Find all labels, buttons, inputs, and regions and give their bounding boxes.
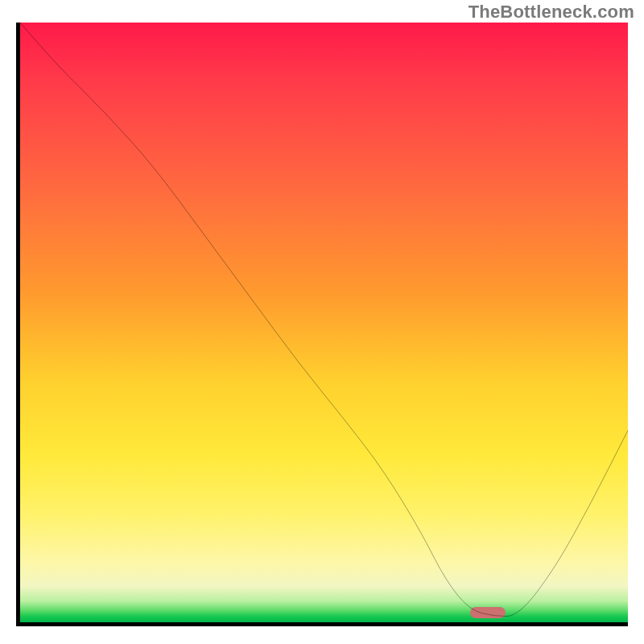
watermark-text: TheBottleneck.com	[469, 2, 634, 23]
optimal-marker	[470, 607, 506, 618]
axes-frame	[16, 23, 628, 626]
chart-container: TheBottleneck.com	[0, 0, 644, 644]
